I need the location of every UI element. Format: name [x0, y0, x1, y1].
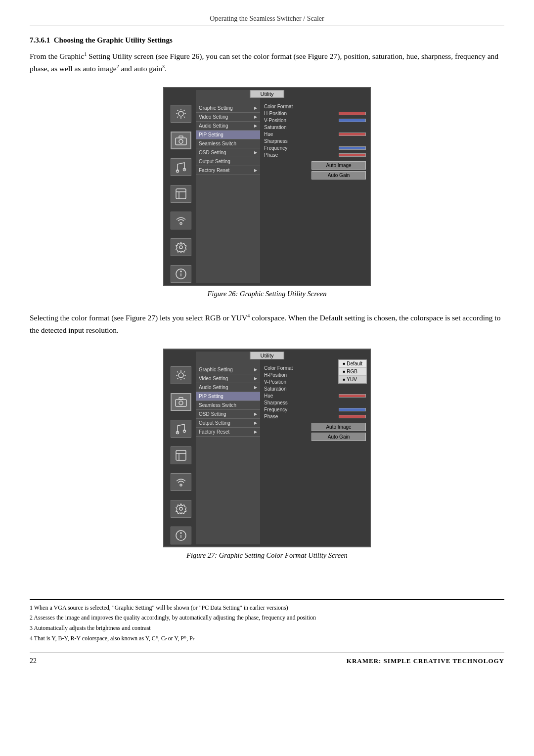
- menu-item-factory-26: Factory Reset▶: [196, 166, 260, 175]
- svg-line-28: [184, 378, 185, 379]
- page-footer: 22 KRAMER: SIMPLE CREATIVE TECHNOLOGY: [30, 653, 504, 665]
- setting-h-position-26: H-Position: [264, 111, 366, 116]
- dropdown-item-yuv: ■ YUV: [339, 376, 366, 383]
- svg-line-5: [177, 110, 178, 111]
- icon-sun-26: [171, 105, 191, 123]
- svg-line-29: [184, 371, 185, 372]
- page-container: Operating the Seamless Switcher / Scaler…: [30, 0, 504, 695]
- ui-right-panel-27: Color Format ▶ H-Position V-Position Sat…: [260, 352, 368, 544]
- setting-phase-27: Phase: [264, 414, 366, 419]
- auto-gain-btn-26: Auto Gain: [312, 171, 366, 179]
- section-heading: 7.3.6.1 Choosing the Graphic Utility Set…: [30, 36, 504, 44]
- svg-point-10: [179, 139, 183, 143]
- body-text-1d: .: [165, 64, 167, 73]
- section-number: 7.3.6.1: [30, 36, 50, 44]
- svg-line-7: [184, 110, 185, 111]
- setting-saturation-27: Saturation: [264, 386, 366, 392]
- svg-point-32: [179, 401, 183, 405]
- footnote-3: 3 Automatically adjusts the brightness a…: [30, 624, 504, 632]
- menu-item-pip-27: PIP Setting: [196, 392, 260, 401]
- svg-point-18: [179, 246, 182, 249]
- ui-center-panel-26: Graphic Setting▶ Video Setting▶ Audio Se…: [196, 90, 260, 283]
- menu-item-video-27: Video Setting▶: [196, 374, 260, 383]
- figure-27-ui: Utility: [163, 349, 371, 547]
- section-title: Choosing the Graphic Utility Settings: [54, 36, 173, 44]
- brand-name: KRAMER: SIMPLE CREATIVE TECHNOLOGY: [347, 657, 504, 665]
- auto-image-btn-27: Auto Image: [312, 423, 366, 431]
- ui-right-panel-26: Color Format H-Position V-Position Satur…: [260, 90, 368, 283]
- svg-point-22: [178, 373, 183, 378]
- setting-hue-26: Hue: [264, 132, 366, 137]
- icon-sun-27: [171, 366, 191, 384]
- ui-title-26: Utility: [250, 90, 284, 98]
- setting-hue-27: Hue: [264, 393, 366, 399]
- footnote-2: 2 Assesses the image and improves the qu…: [30, 614, 504, 622]
- icon-note-27: [171, 420, 191, 438]
- setting-saturation-26: Saturation: [264, 125, 366, 130]
- svg-point-17: [180, 222, 182, 224]
- footnote-1: 1 When a VGA source is selected, "Graphi…: [30, 604, 504, 612]
- menu-item-audio-26: Audio Setting▶: [196, 122, 260, 131]
- ui-screenshot-27: Utility: [163, 349, 371, 547]
- body-paragraph-1: From the Graphic1 Setting Utility screen…: [30, 50, 504, 75]
- icon-info-26: [171, 265, 191, 283]
- ui-left-panel-26: [166, 90, 196, 283]
- page-number: 22: [30, 657, 37, 665]
- icon-camera-26: [171, 132, 191, 149]
- svg-line-8: [177, 117, 178, 118]
- body-paragraph-2: Selecting the color format (see Figure 2…: [30, 312, 504, 337]
- menu-item-video-26: Video Setting▶: [196, 113, 260, 122]
- icon-search-27: [171, 446, 191, 464]
- svg-rect-9: [176, 138, 186, 145]
- menu-item-seamless-26: Seamless Switch: [196, 139, 260, 148]
- icon-note-26: [171, 158, 191, 176]
- svg-point-21: [180, 271, 181, 272]
- ui-center-panel-27: Graphic Setting▶ Video Setting▶ Audio Se…: [196, 352, 260, 544]
- ui-left-panel-27: [166, 352, 196, 544]
- menu-item-factory-27: Factory Reset▶: [196, 428, 260, 437]
- figure-27-caption: Figure 27: Graphic Setting Color Format …: [186, 551, 348, 560]
- icon-wifi-27: [171, 473, 191, 491]
- ui-screenshot-26: Utility: [163, 87, 371, 286]
- figure-26-ui: Utility: [163, 87, 371, 286]
- color-format-dropdown: ■ Default ■ RGB ■ YUV: [338, 359, 367, 384]
- ui-bottom-buttons-27: Auto Image Auto Gain: [264, 423, 366, 441]
- svg-rect-33: [179, 398, 183, 400]
- page-header: Operating the Seamless Switcher / Scaler: [30, 15, 504, 26]
- svg-line-6: [184, 117, 185, 118]
- setting-sharpness-27: Sharpness: [264, 400, 366, 405]
- menu-item-graphic-26: Graphic Setting▶: [196, 104, 260, 113]
- menu-item-seamless-27: Seamless Switch: [196, 401, 260, 410]
- svg-line-30: [177, 378, 178, 379]
- setting-v-position-26: V-Position: [264, 118, 366, 123]
- menu-item-osd-26: OSD Setting▶: [196, 148, 260, 157]
- setting-phase-26: Phase: [264, 152, 366, 158]
- figure-26-caption: Figure 26: Graphic Setting Utility Scree…: [208, 290, 327, 298]
- menu-item-output-26: Output Setting: [196, 157, 260, 166]
- svg-point-40: [179, 507, 182, 510]
- auto-image-btn-26: Auto Image: [312, 161, 366, 170]
- body-text-1b: Setting Utility screen (see Figure 26), …: [30, 52, 498, 73]
- svg-point-43: [180, 533, 181, 534]
- menu-item-osd-27: OSD Setting▶: [196, 410, 260, 419]
- footnotes-section: 1 When a VGA source is selected, "Graphi…: [30, 599, 504, 643]
- icon-wifi-26: [171, 212, 191, 229]
- svg-line-27: [177, 371, 178, 372]
- menu-item-output-27: Output Setting▶: [196, 419, 260, 428]
- menu-item-audio-27: Audio Setting▶: [196, 383, 260, 392]
- figure-27-container: Utility: [30, 349, 504, 570]
- figure-26-container: Utility: [30, 87, 504, 308]
- footnote-4: 4 That is Y, B-Y, R-Y colorspace, also k…: [30, 634, 504, 643]
- svg-point-0: [178, 111, 183, 116]
- header-text: Operating the Seamless Switcher / Scaler: [210, 15, 324, 22]
- icon-settings-27: [171, 500, 191, 518]
- svg-point-39: [180, 484, 182, 486]
- ui-bottom-buttons-26: Auto Image Auto Gain: [264, 161, 366, 179]
- setting-frequency-26: Frequency: [264, 145, 366, 151]
- icon-search-26: [171, 185, 191, 203]
- auto-gain-btn-27: Auto Gain: [312, 433, 366, 441]
- icon-settings-26: [171, 238, 191, 256]
- menu-item-graphic-27: Graphic Setting▶: [196, 365, 260, 374]
- setting-frequency-27: Frequency: [264, 407, 366, 412]
- svg-rect-14: [176, 189, 186, 199]
